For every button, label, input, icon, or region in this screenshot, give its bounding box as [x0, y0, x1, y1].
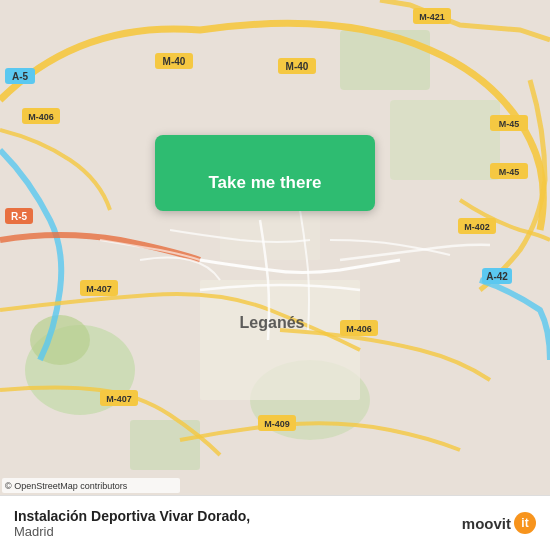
svg-text:M-421: M-421	[419, 12, 445, 22]
svg-rect-4	[390, 100, 500, 180]
svg-rect-3	[340, 30, 430, 90]
location-city: Madrid	[14, 524, 462, 539]
svg-text:© OpenStreetMap contributors: © OpenStreetMap contributors	[5, 481, 128, 491]
svg-text:M-40: M-40	[163, 56, 186, 67]
svg-text:A-42: A-42	[486, 271, 508, 282]
svg-text:A-5: A-5	[12, 71, 29, 82]
svg-text:M-406: M-406	[346, 324, 372, 334]
svg-text:M-45: M-45	[499, 119, 520, 129]
moovit-logo-text: moovit	[462, 515, 511, 532]
cta-button-container: Take me there	[155, 135, 375, 211]
moovit-logo-icon: it	[514, 512, 536, 534]
svg-text:R-5: R-5	[11, 211, 28, 222]
svg-text:M-406: M-406	[28, 112, 54, 122]
bottom-bar: Instalación Deportiva Vivar Dorado, Madr…	[0, 495, 550, 550]
svg-text:M-40: M-40	[286, 61, 309, 72]
take-me-there-button[interactable]: Take me there	[155, 135, 375, 211]
map-container: M-40 M-40 M-421 A-5 M-406 R-5 M-45 M-45 …	[0, 0, 550, 495]
svg-text:M-407: M-407	[86, 284, 112, 294]
location-name: Instalación Deportiva Vivar Dorado,	[14, 508, 462, 524]
svg-text:Leganés: Leganés	[240, 314, 305, 331]
map-background: M-40 M-40 M-421 A-5 M-406 R-5 M-45 M-45 …	[0, 0, 550, 495]
svg-text:M-407: M-407	[106, 394, 132, 404]
svg-text:M-402: M-402	[464, 222, 490, 232]
moovit-logo: moovit it	[462, 512, 536, 534]
location-info: Instalación Deportiva Vivar Dorado, Madr…	[14, 508, 462, 539]
svg-text:M-45: M-45	[499, 167, 520, 177]
svg-text:M-409: M-409	[264, 419, 290, 429]
